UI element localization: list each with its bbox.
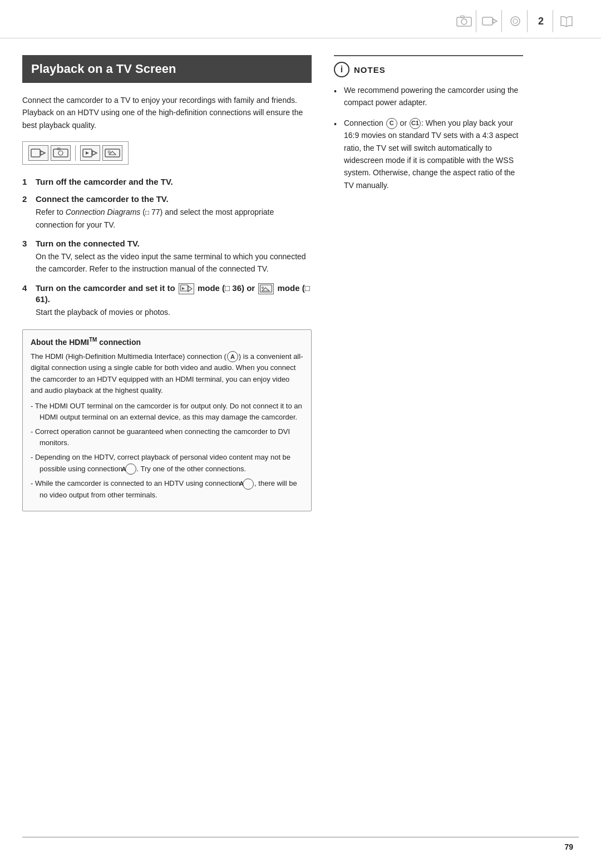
hdmi-ref-a2: A bbox=[125, 463, 136, 475]
step-2-italic: Connection Diagrams bbox=[66, 208, 141, 216]
top-icon-bar: 2 bbox=[0, 0, 601, 38]
hdmi-bullet-3: Depending on the HDTV, correct playback … bbox=[31, 452, 303, 475]
step-1: 1 Turn off the camcorder and the TV. bbox=[22, 177, 312, 186]
step-4-title: Turn on the camcorder and set it to mode… bbox=[36, 283, 312, 304]
svg-rect-20 bbox=[180, 285, 188, 291]
svg-marker-10 bbox=[41, 151, 45, 155]
hdmi-box-title: About the HDMITM connection bbox=[31, 337, 303, 347]
svg-marker-15 bbox=[92, 151, 97, 155]
step-4: 4 Turn on the camcorder and set it to mo… bbox=[22, 283, 312, 318]
step-1-title: Turn off the camcorder and the TV. bbox=[36, 177, 173, 186]
book-icon bbox=[554, 10, 579, 32]
hdmi-title-text: About the HDMITM connection bbox=[31, 338, 141, 347]
step-1-header: 1 Turn off the camcorder and the TV. bbox=[22, 177, 312, 186]
svg-rect-11 bbox=[53, 149, 68, 157]
notes-header: i NOTES bbox=[334, 62, 523, 77]
notes-info-icon: i bbox=[334, 62, 349, 77]
step-3-title: Turn on the connected TV. bbox=[36, 239, 140, 248]
note-bullet-1: • bbox=[334, 85, 339, 97]
step-2-bookref: □ bbox=[145, 209, 149, 216]
note-bullet-2: • bbox=[334, 118, 339, 130]
page-title: Playback on a TV Screen bbox=[31, 62, 303, 76]
hdmi-ref-a1: A bbox=[227, 351, 238, 362]
step-3: 3 Turn on the connected TV. On the TV, s… bbox=[22, 239, 312, 275]
step-3-body: On the TV, select as the video input the… bbox=[36, 250, 312, 275]
svg-point-5 bbox=[511, 17, 520, 26]
note-text-1: We recommend powering the camcorder usin… bbox=[344, 84, 523, 109]
hdmi-ref-a3: A bbox=[243, 479, 254, 490]
step-4-body: Start the playback of movies or photos. bbox=[36, 306, 312, 318]
icon-group: 2 bbox=[452, 10, 579, 32]
note-text-2: Connection C or C1: When you play back y… bbox=[344, 117, 523, 191]
step-1-num: 1 bbox=[22, 177, 32, 186]
page-container: 2 Playback on a TV Screen Connect the ca… bbox=[0, 0, 601, 868]
mode-icon-playback-photo bbox=[102, 145, 122, 161]
mode-icon-camera bbox=[51, 145, 71, 161]
hdmi-bullet-2: Correct operation cannot be guaranteed w… bbox=[31, 426, 303, 448]
notes-title: NOTES bbox=[354, 65, 386, 75]
step-3-num: 3 bbox=[22, 239, 32, 248]
mode-icon-playback-video bbox=[80, 145, 100, 161]
note-item-1: • We recommend powering the camcorder us… bbox=[334, 84, 523, 109]
step-3-header: 3 Turn on the connected TV. bbox=[22, 239, 312, 248]
chapter2-icon: 2 bbox=[529, 10, 553, 32]
svg-marker-4 bbox=[493, 19, 497, 23]
svg-point-6 bbox=[513, 19, 518, 23]
hdmi-sup: TM bbox=[89, 337, 97, 343]
page-number: 79 bbox=[564, 842, 573, 851]
mode-icons-row bbox=[22, 141, 129, 165]
note-item-2: • Connection C or C1: When you play back… bbox=[334, 117, 523, 191]
svg-point-25 bbox=[262, 287, 264, 288]
right-column: i NOTES • We recommend powering the camc… bbox=[334, 55, 523, 511]
camera-mode-icon bbox=[452, 10, 476, 32]
svg-text:2: 2 bbox=[538, 16, 543, 27]
target-icon bbox=[503, 10, 528, 32]
icon-separator bbox=[75, 145, 76, 161]
hdmi-bullet-1: The HDMI OUT terminal on the camcorder i… bbox=[31, 401, 303, 423]
step-2-num: 2 bbox=[22, 194, 32, 204]
svg-rect-3 bbox=[482, 17, 492, 25]
step-2-title: Connect the camcorder to the TV. bbox=[36, 194, 169, 204]
notes-box: i NOTES • We recommend powering the camc… bbox=[334, 55, 523, 191]
step-2-body: Refer to Connection Diagrams (□ 77) and … bbox=[36, 206, 312, 231]
svg-point-1 bbox=[461, 19, 467, 24]
page-title-box: Playback on a TV Screen bbox=[22, 55, 312, 83]
hdmi-intro: The HDMI (High-Definition Multimedia Int… bbox=[31, 351, 303, 396]
left-column: Playback on a TV Screen Connect the camc… bbox=[22, 55, 312, 511]
bottom-rule bbox=[22, 837, 579, 837]
svg-point-12 bbox=[58, 151, 63, 155]
intro-text: Connect the camcorder to a TV to enjoy y… bbox=[22, 94, 312, 131]
svg-point-19 bbox=[108, 151, 110, 153]
step-4-photo-icon bbox=[258, 283, 274, 294]
note-ref-c: C bbox=[386, 118, 397, 129]
svg-rect-9 bbox=[31, 149, 40, 157]
step-4-num: 4 bbox=[22, 283, 32, 293]
step-2-header: 2 Connect the camcorder to the TV. bbox=[22, 194, 312, 204]
svg-marker-21 bbox=[188, 286, 192, 292]
hdmi-bullet-4: While the camcorder is connected to an H… bbox=[31, 478, 303, 501]
svg-marker-22 bbox=[182, 287, 185, 290]
video-mode-icon bbox=[477, 10, 502, 32]
note-ref-c1: C1 bbox=[410, 118, 421, 129]
step-2: 2 Connect the camcorder to the TV. Refer… bbox=[22, 194, 312, 231]
step-4-video-icon bbox=[179, 283, 194, 294]
content-area: Playback on a TV Screen Connect the camc… bbox=[0, 38, 601, 528]
hdmi-box: About the HDMITM connection The HDMI (Hi… bbox=[22, 329, 312, 511]
mode-icon-video-record bbox=[28, 145, 48, 161]
step-4-to: to bbox=[167, 283, 177, 293]
svg-rect-17 bbox=[105, 149, 120, 157]
step-4-header: 4 Turn on the camcorder and set it to mo… bbox=[22, 283, 312, 304]
svg-marker-16 bbox=[86, 151, 89, 155]
